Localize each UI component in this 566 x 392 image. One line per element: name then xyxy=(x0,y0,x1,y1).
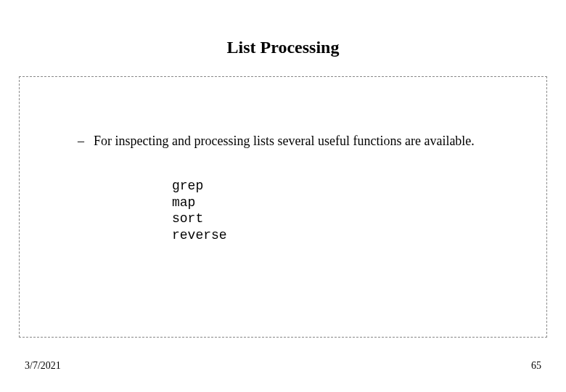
bullet-dash: – xyxy=(78,134,94,149)
function-list: grep map sort reverse xyxy=(172,178,517,243)
slide: List Processing – For inspecting and pro… xyxy=(0,0,566,392)
function-item: reverse xyxy=(172,227,517,244)
content-placeholder: – For inspecting and processing lists se… xyxy=(19,76,547,338)
function-item: map xyxy=(172,195,517,211)
function-item: grep xyxy=(172,178,517,195)
bullet-text: For inspecting and processing lists seve… xyxy=(94,134,475,149)
slide-footer: 3/7/2021 65 xyxy=(25,360,541,372)
bullet-item: – For inspecting and processing lists se… xyxy=(78,134,517,149)
slide-title: List Processing xyxy=(0,0,566,57)
footer-date: 3/7/2021 xyxy=(25,360,61,372)
footer-page-number: 65 xyxy=(531,360,541,372)
function-item: sort xyxy=(172,211,517,227)
